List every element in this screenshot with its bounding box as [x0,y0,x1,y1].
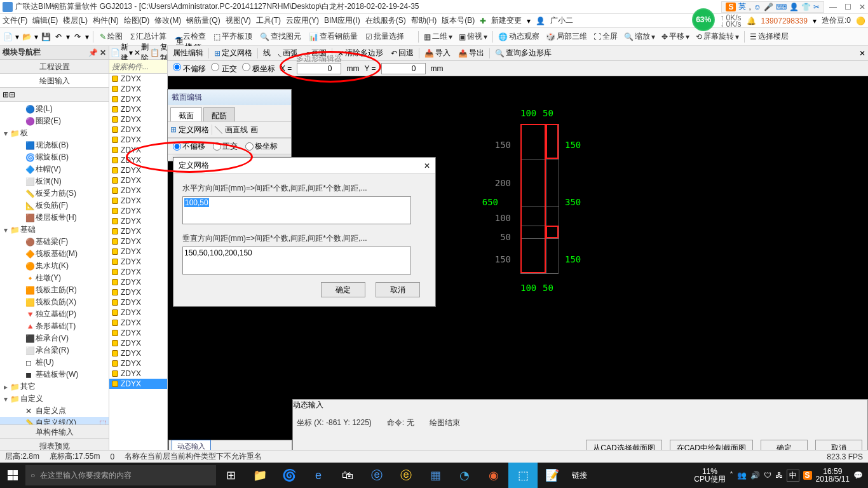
component-item[interactable]: ZDYX [109,216,167,226]
notification-icon[interactable]: 💬 [853,471,863,480]
component-item[interactable]: ZDYX [109,328,167,338]
no-offset-2-radio[interactable]: 不偏移 [173,141,205,152]
batch-select-button[interactable]: ☑批量选择 [363,31,407,42]
tree-node[interactable]: 🔺条形基础(T) [0,320,109,332]
query-lib-button[interactable]: 🔍 查询多边形库 [492,48,554,58]
align-top-button[interactable]: ⬚平齐板顶 [211,31,255,42]
menu-help[interactable]: 帮助(H) [411,15,437,26]
menu-draw[interactable]: 绘图(D) [124,15,150,26]
tree-node[interactable]: ▸📁其它 [0,381,109,393]
start-button[interactable] [0,463,25,488]
ortho-radio[interactable]: 正交 [211,63,236,74]
component-search-input[interactable] [109,60,167,73]
component-item[interactable]: ZDYX [109,114,167,125]
pan-button[interactable]: ✥ 平移 ▾ [659,31,692,43]
performance-gauge[interactable]: 63% [692,8,715,31]
tree-node[interactable]: 📐板负筋(F) [0,200,109,212]
component-item[interactable]: ZDYX [109,379,167,389]
component-item[interactable]: ZDYX [109,318,167,328]
2d-button[interactable]: ▦ 二维 ▾ [421,31,455,43]
taskbar-search[interactable]: ○ 在这里输入你要搜索的内容 [25,465,216,485]
app5-icon[interactable]: ⬚ [508,463,538,488]
app4-icon[interactable]: ◉ [479,463,508,488]
folder-icon[interactable]: 📁 [245,463,275,488]
tree-node[interactable]: ◻桩(U) [0,356,109,369]
user-name[interactable]: 广小二 [550,15,573,26]
ortho-2-radio[interactable]: 正交 [213,141,238,152]
horizontal-input[interactable]: 100,50 [182,196,411,224]
menu-cloud[interactable]: 云应用(Y) [286,15,319,26]
menu-modify[interactable]: 修改(M) [154,15,181,26]
define-grid-button[interactable]: ⊞ 定义网格 [212,48,255,58]
ie2-icon[interactable]: ⓔ [391,463,421,488]
tab-section[interactable]: 截面 [170,107,202,121]
attr-edit-button[interactable]: 属性编辑 [170,48,206,58]
tree-node[interactable]: 🟤基础梁(F) [0,236,109,248]
component-item[interactable]: ZDYX [109,348,167,358]
draw-2-button[interactable]: 画 [250,125,258,135]
tree-node[interactable]: ◼基础板带(W) [0,369,109,381]
find-element-button[interactable]: 🔍查找图元 [257,31,304,42]
draw-button[interactable]: ✎绘图 [97,31,125,42]
tree-node[interactable]: 🔵梁(L) [0,103,109,115]
tree-node[interactable]: ▾📁基础 [0,224,109,236]
component-search[interactable] [109,60,167,74]
tree-node[interactable]: 📏板受力筋(S) [0,187,109,200]
component-item[interactable]: ZDYX [109,145,167,155]
nav-tree[interactable]: 🔵梁(L)🟣圈梁(E)▾📁板🟦现浇板(B)🌀螺旋板(B)🔷柱帽(V)⬜板洞(N)… [0,102,109,424]
component-item[interactable]: ZDYX [109,287,167,297]
orbit-button[interactable]: 🌐 动态观察 [496,31,542,43]
ime-indicator[interactable]: 中 [787,470,799,482]
component-item[interactable]: ZDYX [109,257,167,267]
fullscreen-button[interactable]: ⛶ 全屏 [591,31,620,43]
no-offset-radio[interactable]: 不偏移 [173,63,206,74]
component-item[interactable]: ZDYX [109,226,167,236]
store-icon[interactable]: 🛍 [333,463,362,488]
open-icon[interactable]: 📂 [22,32,32,42]
component-item[interactable]: ZDYX [109,206,167,216]
edge-icon[interactable]: e [304,463,333,488]
x-input[interactable] [297,63,341,74]
tab-rebar[interactable]: 配筋 [203,107,235,121]
panel-close-icon[interactable]: ✕ [100,48,106,57]
save-icon[interactable]: 💾 [41,32,51,42]
clock[interactable]: 16:59 2018/5/11 [816,468,850,483]
component-item[interactable]: ZDYX [109,186,167,196]
component-item[interactable]: ZDYX [109,135,167,145]
local-3d-button[interactable]: 🎲 局部三维 [543,31,590,43]
component-item[interactable]: ZDYX [109,74,167,84]
y-input[interactable] [381,63,426,74]
select-floor-button[interactable]: ☰ 选择楼层 [747,31,791,43]
tab-project-settings[interactable]: 工程设置 [0,60,109,74]
component-item[interactable]: ZDYX [109,155,167,165]
component-item[interactable]: ZDYX [109,267,167,277]
menu-bim[interactable]: BIM应用(I) [324,15,360,26]
component-item[interactable]: ZDYX [109,236,167,247]
tree-node[interactable]: 🔷柱帽(V) [0,163,109,175]
menu-version[interactable]: 版本号(B) [442,15,475,26]
plus-icon[interactable]: ✚ [480,17,486,25]
tray-people-icon[interactable]: 👥 [737,471,747,480]
dialog-close-icon[interactable]: ✕ [424,161,430,170]
component-item[interactable]: ZDYX [109,247,167,257]
tree-node[interactable]: 🟧筏板主筋(R) [0,284,109,296]
component-item[interactable]: ZDYX [109,358,167,369]
tray-net-icon[interactable]: 🖧 [775,471,783,480]
component-item[interactable]: ZDYX [109,338,167,348]
clear-polygon-button[interactable]: ✕ 清除多边形 [335,48,386,58]
tray-shield-icon[interactable]: 🛡 [764,471,771,480]
tree-node[interactable]: 🌀螺旋板(B) [0,151,109,163]
account-number[interactable]: 13907298339 [761,17,808,25]
tree-node[interactable]: 🟨筏板负筋(X) [0,296,109,308]
component-item[interactable]: ZDYX [109,369,167,379]
menu-component[interactable]: 构件(N) [93,15,119,26]
component-item[interactable]: ZDYX [109,165,167,175]
polar-2-radio[interactable]: 极坐标 [245,141,278,152]
component-item[interactable]: ZDYX [109,277,167,287]
tree-node[interactable]: 🔻独立基础(P) [0,308,109,320]
tree-node[interactable]: 📏自定义线(X)⬚ [0,417,109,424]
bell-icon[interactable]: 🔔 [747,17,756,25]
dialog-cancel-button[interactable]: 取消 [376,282,420,297]
tree-node[interactable]: 🔸柱墩(Y) [0,272,109,284]
tree-expand-icon[interactable]: ⊞⊟ [3,90,15,99]
